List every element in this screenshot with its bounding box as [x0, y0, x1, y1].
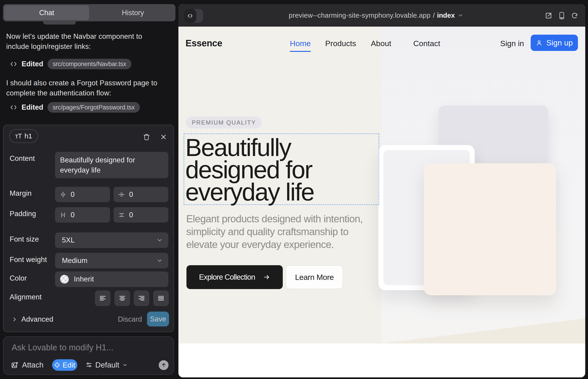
- nav-link-contact[interactable]: Contact: [413, 39, 440, 48]
- chat-sidebar: Chat History Now let's update the Navbar…: [0, 0, 178, 379]
- hero-heading-line: designed for: [185, 158, 314, 181]
- edited-label: Edited: [22, 60, 43, 68]
- sign-up-label: Sign up: [546, 38, 573, 47]
- premium-quality-badge: PREMIUM QUALITY: [186, 117, 262, 128]
- explore-collection-label: Explore Collection: [199, 273, 255, 282]
- margin-x-value: 0: [71, 190, 75, 199]
- padding-y-input[interactable]: 0: [113, 207, 168, 222]
- hero-paragraph: Elegant products designed with intention…: [186, 212, 363, 251]
- sign-in-link[interactable]: Sign in: [500, 39, 524, 48]
- code-toggle-knob: [184, 9, 196, 23]
- padding-label: Padding: [10, 210, 36, 218]
- padding-x-input[interactable]: 0: [55, 207, 110, 222]
- padding-vertical-icon: [118, 211, 125, 218]
- chevron-down-icon: [458, 12, 464, 18]
- margin-vertical-icon: [118, 191, 125, 198]
- hero-heading-line: everyday life: [185, 181, 314, 203]
- message-line: include login/register links:: [6, 42, 142, 52]
- nav-link-about[interactable]: About: [371, 39, 391, 48]
- padding-y-value: 0: [129, 211, 133, 219]
- message-line: Now let's update the Navbar component to: [6, 32, 142, 42]
- user-icon: [536, 39, 542, 46]
- code-icon: [10, 104, 17, 111]
- content-input-line: Beautifully designed for: [60, 155, 163, 165]
- font-weight-select[interactable]: Medium: [55, 253, 168, 268]
- edit-mode-pill[interactable]: Edit: [52, 359, 77, 371]
- url-domain: preview--charming-site-symphony.lovable.…: [289, 12, 431, 19]
- edited-file-row: Edited src/components/Navbar.tsx: [10, 59, 131, 69]
- advanced-label: Advanced: [21, 315, 53, 323]
- hero-heading[interactable]: Beautifully designed for everyday life: [185, 136, 314, 203]
- font-size-select[interactable]: 5XL: [55, 232, 168, 248]
- refresh-button[interactable]: [571, 12, 578, 19]
- tab-chat[interactable]: Chat: [4, 5, 89, 20]
- chevron-right-icon: [12, 316, 17, 322]
- hero-paragraph-line: simplicity and quality craftsmanship to: [186, 225, 363, 238]
- color-select[interactable]: Inherit: [55, 271, 168, 287]
- send-button[interactable]: [159, 360, 169, 370]
- site-preview: Essence Home Products About Contact Sign…: [178, 27, 585, 377]
- explore-collection-button[interactable]: Explore Collection: [186, 265, 283, 289]
- advanced-toggle[interactable]: Advanced: [12, 314, 53, 325]
- color-label: Color: [10, 274, 27, 283]
- close-editor-button[interactable]: [158, 132, 169, 142]
- align-right-button[interactable]: [134, 290, 149, 306]
- preview-url[interactable]: preview--charming-site-symphony.lovable.…: [289, 4, 464, 27]
- nav-link-products[interactable]: Products: [325, 39, 356, 48]
- message-line: I should also create a Forgot Password p…: [6, 78, 157, 88]
- learn-more-button[interactable]: Learn More: [286, 265, 343, 289]
- tab-history-label: History: [122, 9, 144, 17]
- nav-link-home[interactable]: Home: [290, 39, 311, 48]
- edited-file-chip[interactable]: src/pages/ForgotPassword.tsx: [47, 102, 140, 113]
- tab-chat-label: Chat: [39, 9, 54, 17]
- chat-mode-select[interactable]: Default: [86, 361, 128, 369]
- margin-y-value: 0: [129, 190, 133, 199]
- chevron-down-icon: [156, 237, 163, 243]
- attach-button[interactable]: Attach: [11, 361, 44, 369]
- font-size-label: Font size: [10, 235, 39, 243]
- composer-input[interactable]: Ask Lovable to modify H1...: [12, 343, 113, 352]
- chat-composer: Ask Lovable to modify H1... Attach Edit: [3, 336, 174, 375]
- attach-label: Attach: [22, 361, 44, 369]
- margin-x-input[interactable]: 0: [55, 187, 110, 202]
- align-center-button[interactable]: [114, 290, 130, 306]
- site-logo[interactable]: Essence: [186, 38, 222, 48]
- url-page: index: [437, 12, 455, 19]
- selected-element-tag: h1: [25, 132, 32, 140]
- chat-mode-label: Default: [95, 361, 120, 369]
- hero-paragraph-line: elevate your everyday experience.: [186, 238, 363, 251]
- content-input[interactable]: Beautifully designed for everyday life: [55, 152, 168, 178]
- hero-section: Essence Home Products About Contact Sign…: [178, 27, 585, 344]
- color-swatch: [60, 275, 69, 284]
- sign-up-button[interactable]: Sign up: [531, 35, 578, 51]
- code-view-toggle[interactable]: [184, 9, 203, 23]
- align-justify-button[interactable]: [153, 290, 169, 306]
- chevron-down-icon: [122, 362, 128, 368]
- color-value: Inherit: [74, 275, 94, 283]
- font-weight-label: Font weight: [10, 255, 47, 264]
- delete-element-button[interactable]: [141, 132, 152, 142]
- edited-file-chip[interactable]: src/components/Navbar.tsx: [47, 59, 132, 69]
- message-line: complete the authentication flow:: [6, 88, 157, 98]
- site-navbar: Essence Home Products About Contact Sign…: [178, 27, 585, 61]
- attach-image-icon: [11, 361, 19, 369]
- chevron-down-icon: [156, 257, 163, 264]
- discard-button[interactable]: Discard: [118, 314, 142, 325]
- tab-history[interactable]: History: [90, 4, 175, 21]
- align-left-button[interactable]: [95, 290, 110, 306]
- margin-horizontal-icon: [60, 191, 66, 198]
- font-size-value: 5XL: [62, 236, 75, 244]
- mobile-preview-button[interactable]: [559, 12, 565, 19]
- margin-y-input[interactable]: 0: [113, 187, 168, 202]
- assistant-message: Now let's update the Navbar component to…: [6, 32, 142, 52]
- element-editor-panel: тT h1 Content Beautifully designed for e…: [3, 125, 174, 332]
- edited-file-row: Edited src/pages/ForgotPassword.tsx: [10, 102, 140, 113]
- preview-panel: preview--charming-site-symphony.lovable.…: [178, 4, 585, 377]
- chat-history-tabs: Chat History: [3, 4, 175, 21]
- scrolled-file-chip: [43, 21, 76, 25]
- open-in-new-tab-button[interactable]: [545, 12, 552, 19]
- padding-horizontal-icon: [60, 211, 66, 218]
- alignment-label: Alignment: [10, 293, 42, 301]
- save-button[interactable]: Save: [147, 312, 169, 327]
- composer-toolbar: Attach Edit Default: [11, 359, 169, 371]
